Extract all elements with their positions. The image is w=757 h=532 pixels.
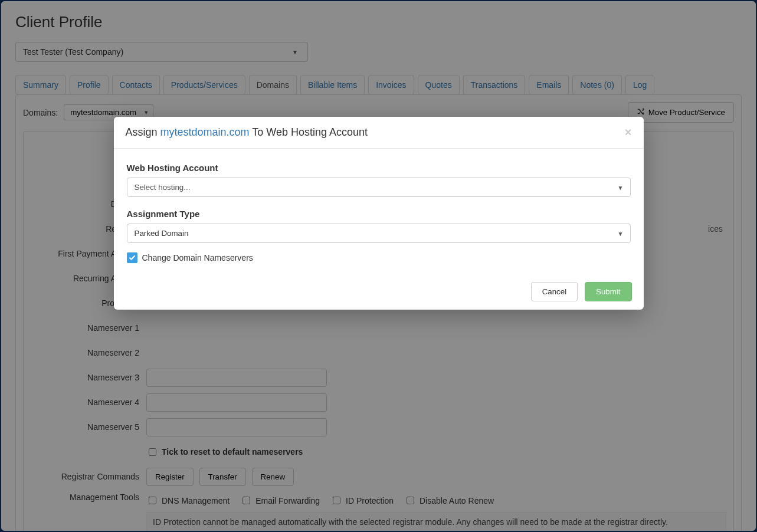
cancel-button[interactable]: Cancel (531, 282, 578, 301)
submit-button[interactable]: Submit (585, 282, 631, 301)
change-nameservers-checkbox[interactable] (127, 252, 137, 263)
hosting-account-select[interactable]: Select hosting... (127, 178, 631, 197)
assignment-type-label: Assignment Type (127, 209, 631, 219)
assignment-type-select[interactable]: Parked Domain (127, 224, 631, 243)
modal-title-domain-link[interactable]: mytestdomain.com (160, 126, 250, 138)
modal-overlay: Assign mytestdomain.com To Web Hosting A… (1, 1, 756, 531)
change-nameservers-label: Change Domain Nameservers (142, 253, 253, 262)
close-icon[interactable]: × (625, 126, 632, 138)
check-icon (129, 254, 136, 261)
modal-title: Assign mytestdomain.com To Web Hosting A… (126, 126, 368, 139)
hosting-account-label: Web Hosting Account (127, 163, 631, 173)
assign-domain-modal: Assign mytestdomain.com To Web Hosting A… (114, 117, 644, 310)
